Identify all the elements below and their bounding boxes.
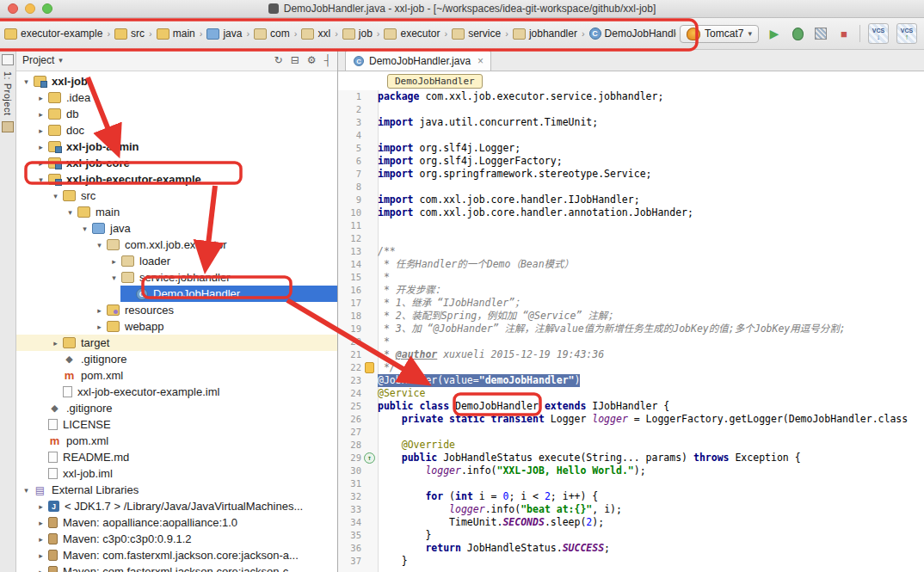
code-line-14[interactable]: 14 * 任务Handler的一个Demo（Bean模式） bbox=[338, 258, 924, 271]
line-number[interactable]: 5 bbox=[338, 142, 361, 155]
chevron-right-icon[interactable]: ▸ bbox=[36, 159, 46, 168]
code-line-2[interactable]: 2 bbox=[338, 103, 924, 116]
line-number[interactable]: 21 bbox=[338, 348, 361, 361]
tool-window-icon[interactable] bbox=[2, 54, 14, 65]
chevron-down-icon[interactable]: ▾ bbox=[22, 486, 31, 495]
tree-item-resources[interactable]: ▸resources bbox=[16, 302, 337, 318]
tree-item-xxl-job-iml[interactable]: xxl-job.iml bbox=[16, 465, 337, 482]
code-line-26[interactable]: 26 private static transient Logger logge… bbox=[338, 413, 924, 426]
tree-item-xxl-job-core[interactable]: ▸xxl-job-core bbox=[16, 155, 337, 171]
line-number[interactable]: 22 bbox=[338, 361, 361, 374]
zoom-window-button[interactable] bbox=[42, 3, 52, 14]
tree-item-main[interactable]: ▾main bbox=[16, 204, 337, 220]
bookmark-icon[interactable] bbox=[365, 362, 374, 373]
line-number[interactable]: 10 bbox=[338, 206, 361, 219]
chevron-right-icon[interactable]: ▸ bbox=[51, 339, 60, 348]
code-line-18[interactable]: 18 * 2、装配到Spring，例如加 “@Service” 注解； bbox=[338, 310, 924, 323]
code-line-15[interactable]: 15 * bbox=[338, 271, 924, 284]
chevron-down-icon[interactable]: ▾ bbox=[36, 175, 46, 184]
run-button[interactable]: ▶ bbox=[767, 26, 782, 41]
close-icon[interactable]: × bbox=[477, 55, 484, 67]
tree-item-src[interactable]: ▾src bbox=[16, 188, 337, 204]
line-number[interactable]: 9 bbox=[338, 194, 361, 206]
debug-button[interactable] bbox=[790, 26, 805, 41]
chevron-right-icon[interactable]: ▸ bbox=[36, 551, 46, 560]
breadcrumb-item-job[interactable]: job bbox=[340, 26, 375, 41]
code-line-9[interactable]: 9import com.xxl.job.core.handler.IJobHan… bbox=[338, 194, 924, 206]
code-line-6[interactable]: 6import org.slf4j.LoggerFactory; bbox=[338, 155, 924, 168]
line-number[interactable]: 27 bbox=[338, 426, 361, 439]
code-line-5[interactable]: 5import org.slf4j.Logger; bbox=[338, 142, 924, 155]
chevron-right-icon[interactable]: ▸ bbox=[36, 126, 46, 135]
tree-item-maven-com-fasterxml-jackson-core-jackson[interactable]: ▸Maven: com.fasterxml.jackson.core:jacks… bbox=[16, 547, 337, 563]
code-line-1[interactable]: 1package com.xxl.job.executor.service.jo… bbox=[338, 90, 924, 103]
breadcrumb-item-service[interactable]: service bbox=[449, 26, 503, 41]
vcs-commit-button[interactable]: VCS ↑ bbox=[896, 23, 917, 44]
breadcrumb-item-executor[interactable]: executor bbox=[381, 26, 442, 41]
tree-item-gitignore[interactable]: ◆.gitignore bbox=[16, 351, 337, 367]
line-number[interactable]: 24 bbox=[338, 387, 361, 400]
line-number[interactable]: 8 bbox=[338, 181, 361, 194]
tree-item-webapp[interactable]: ▸webapp bbox=[16, 318, 337, 335]
chevron-down-icon[interactable]: ▾ bbox=[95, 241, 104, 249]
chevron-down-icon[interactable]: ▾ bbox=[109, 274, 119, 282]
line-number[interactable]: 34 bbox=[338, 516, 361, 529]
chevron-right-icon[interactable]: ▸ bbox=[109, 257, 119, 266]
line-number[interactable]: 7 bbox=[338, 168, 361, 181]
breadcrumb-item-com[interactable]: com bbox=[251, 26, 293, 41]
line-number[interactable]: 18 bbox=[338, 310, 361, 323]
code-line-33[interactable]: 33 logger.info("beat at:{}", i); bbox=[338, 503, 924, 516]
tree-item-target[interactable]: ▸target bbox=[16, 335, 337, 351]
breadcrumb-item-java[interactable]: java bbox=[204, 26, 244, 41]
collapse-all-icon[interactable]: ⊟ bbox=[291, 55, 299, 65]
line-number[interactable]: 30 bbox=[338, 464, 361, 477]
code-line-30[interactable]: 30 logger.info("XXL-JOB, Hello World."); bbox=[338, 464, 924, 477]
line-number[interactable]: 20 bbox=[338, 335, 361, 348]
coverage-button[interactable] bbox=[813, 26, 829, 41]
tree-item-xxl-job[interactable]: ▾xxl-job bbox=[16, 73, 337, 89]
line-number[interactable]: 4 bbox=[338, 129, 361, 142]
line-number[interactable]: 16 bbox=[338, 284, 361, 297]
code-line-23[interactable]: 23@JobHander(value="demoJobHandler") bbox=[338, 374, 924, 387]
code-line-8[interactable]: 8 bbox=[338, 181, 924, 194]
line-number[interactable]: 11 bbox=[338, 219, 361, 232]
chevron-right-icon[interactable]: ▸ bbox=[36, 519, 46, 527]
line-number[interactable]: 28 bbox=[338, 439, 361, 452]
tree-item-maven-c3p0-c3p0-0-9-1-2[interactable]: ▸Maven: c3p0:c3p0:0.9.1.2 bbox=[16, 531, 337, 547]
line-number[interactable]: 15 bbox=[338, 271, 361, 284]
tree-item-idea[interactable]: ▸.idea bbox=[16, 89, 337, 106]
line-number[interactable]: 25 bbox=[338, 400, 361, 413]
code-line-32[interactable]: 32 for (int i = 0; i < 2; i++) { bbox=[338, 490, 924, 503]
override-marker-icon[interactable]: ↑ bbox=[364, 452, 375, 464]
code-line-27[interactable]: 27 bbox=[338, 426, 924, 439]
line-number[interactable]: 6 bbox=[338, 155, 361, 168]
line-number[interactable]: 29 bbox=[338, 452, 361, 464]
code-line-24[interactable]: 24@Service bbox=[338, 387, 924, 400]
line-number[interactable]: 17 bbox=[338, 297, 361, 310]
tree-item-xxl-job-executor-example-iml[interactable]: xxl-job-executor-example.iml bbox=[16, 384, 337, 400]
tree-item-maven-aopalliance-aopalliance-1-0[interactable]: ▸Maven: aopalliance:aopalliance:1.0 bbox=[16, 514, 337, 531]
hide-panel-icon[interactable]: ┤ bbox=[323, 55, 331, 65]
breadcrumb-item-src[interactable]: src bbox=[112, 26, 147, 41]
code-line-13[interactable]: 13/** bbox=[338, 245, 924, 258]
chevron-right-icon[interactable]: ▸ bbox=[36, 143, 46, 151]
tree-item-external-libraries[interactable]: ▾▤External Libraries bbox=[16, 482, 337, 498]
chevron-right-icon[interactable]: ▸ bbox=[36, 94, 46, 102]
line-number[interactable]: 31 bbox=[338, 477, 361, 490]
chevron-right-icon[interactable]: ▸ bbox=[36, 568, 46, 572]
code-line-16[interactable]: 16 * 开发步骤： bbox=[338, 284, 924, 297]
tree-item-pom-xml[interactable]: mpom.xml bbox=[16, 367, 337, 384]
breadcrumb-item-main[interactable]: main bbox=[154, 26, 198, 41]
line-number[interactable]: 3 bbox=[338, 116, 361, 129]
code-line-35[interactable]: 35 } bbox=[338, 529, 924, 542]
vcs-update-button[interactable]: VCS ↓ bbox=[868, 23, 889, 44]
code-line-36[interactable]: 36 return JobHandleStatus.SUCCESS; bbox=[338, 542, 924, 555]
element-breadcrumb[interactable]: DemoJobHandler bbox=[387, 74, 483, 89]
code-editor[interactable]: 1package com.xxl.job.executor.service.jo… bbox=[338, 90, 924, 572]
line-number[interactable]: 12 bbox=[338, 232, 361, 245]
code-line-17[interactable]: 17 * 1、继承 “IJobHandler”； bbox=[338, 297, 924, 310]
tree-item-service-jobhandler[interactable]: ▾service.jobhandler bbox=[16, 269, 337, 286]
tree-item-xxl-job-executor-example[interactable]: ▾xxl-job-executor-example bbox=[16, 171, 337, 188]
tree-item-com-xxl-job-executor[interactable]: ▾com.xxl.job.executor bbox=[16, 237, 337, 253]
code-line-21[interactable]: 21 * @author xuxueli 2015-12-19 19:43:36 bbox=[338, 348, 924, 361]
